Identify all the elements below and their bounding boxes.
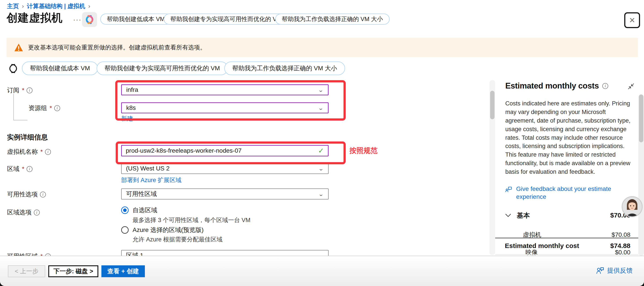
copilot-suggestion-low-cost[interactable]: 帮助我创建低成本 VM (100, 14, 172, 25)
chevron-down-icon: ⌄ (318, 87, 324, 93)
instance-details-section-header: 实例详细信息 (7, 133, 48, 142)
review-create-button[interactable]: 查看 + 创建 (102, 265, 145, 277)
zone-options-radio-self-select[interactable]: 自选区域 (121, 206, 157, 214)
more-options-ellipsis[interactable]: ··· (73, 16, 82, 23)
copilot-suggestion-right-size[interactable]: 帮助我为工作负载选择正确的 VM 大小 (275, 14, 390, 25)
breadcrumb: 主页 › 计算基础结构 | 虚拟机 › (7, 2, 90, 10)
radio-selected-icon[interactable] (121, 206, 128, 214)
breadcrumb-virtual-machines[interactable]: 计算基础结构 | 虚拟机 (27, 2, 86, 10)
subscription-dropdown[interactable]: infra ⌄ (121, 84, 328, 95)
field-connector-line (14, 94, 28, 120)
resource-group-value: k8s (126, 104, 136, 111)
annotation-note: 按照规范 (350, 146, 378, 156)
feedback-person-icon (596, 267, 604, 274)
copilot-suggestion-high-availability[interactable]: 帮助我创建专为实现高可用性而优化的 VM (164, 14, 288, 25)
vm-name-label: 虚拟机名称* i (7, 148, 51, 156)
page-title: 创建虚拟机 (6, 11, 62, 25)
zone-options-label: 区域选项 i (7, 208, 40, 217)
estimated-monthly-cost-row: Estimated monthly cost $74.88 (505, 242, 630, 249)
breadcrumb-separator: › (88, 3, 90, 10)
total-label: Estimated monthly cost (505, 242, 579, 249)
cost-total-divider (495, 238, 638, 238)
availability-options-value: 可用性区域 (126, 190, 157, 198)
cost-item-amount: $70.08 (612, 231, 630, 238)
create-vm-blade: 主页 › 计算基础结构 | 虚拟机 › 创建虚拟机 ··· 帮助我创建低成本 V… (0, 0, 644, 286)
warning-text: 更改基本选项可能会重置所做的选择。创建虚拟机前查看所有选项。 (28, 44, 206, 51)
info-icon[interactable]: i (45, 253, 51, 256)
resource-group-dropdown[interactable]: k8s ⌄ (121, 102, 328, 113)
chevron-down-icon: ⌄ (318, 165, 324, 172)
info-icon[interactable]: i (34, 209, 40, 215)
give-feedback-link[interactable]: 提供反馈 (596, 266, 632, 275)
breadcrumb-separator: › (22, 3, 24, 10)
availability-options-label: 可用性选项 i (7, 190, 46, 199)
info-icon[interactable]: i (26, 87, 32, 93)
cost-panel-description: Costs indicated here are estimates only.… (505, 99, 637, 176)
cost-panel-scrollbar[interactable] (638, 94, 644, 256)
warning-icon (14, 43, 23, 52)
copilot-suggestion-right-size[interactable]: 帮助我为工作负载选择正确的 VM 大小 (224, 62, 345, 75)
close-button[interactable]: ✕ (624, 12, 640, 28)
availability-options-dropdown[interactable]: 可用性区域 ⌄ (121, 188, 328, 199)
main-scrollbar-thumb[interactable] (490, 91, 494, 119)
basics-form: 订阅* i infra ⌄ 资源组* i k8s ⌄ 新建 实例详细信息 虚拟机… (0, 75, 488, 256)
zone-options-radio2-description: 允许 Azure 根据需要分配最佳区域 (132, 235, 222, 243)
chevron-down-icon: ⌄ (318, 191, 324, 197)
chevron-down-icon (505, 213, 511, 217)
cost-group-basics-row[interactable]: 基本 $70.08 (505, 211, 630, 220)
region-dropdown[interactable]: (US) West US 2 ⌄ (121, 163, 328, 174)
resource-group-label: 资源组* i (28, 104, 60, 112)
cost-panel-title: Estimated monthly costs (505, 81, 599, 91)
info-icon[interactable]: i (40, 192, 46, 197)
subscription-value: infra (126, 86, 138, 93)
info-icon[interactable]: i (54, 105, 60, 111)
estimate-feedback-link[interactable]: Give feedback about your estimate experi… (505, 185, 628, 201)
copilot-outline-icon (8, 63, 19, 75)
next-disks-button[interactable]: 下一步: 磁盘 > (48, 265, 98, 277)
region-value: (US) West US 2 (126, 165, 170, 172)
breadcrumb-home[interactable]: 主页 (7, 2, 19, 10)
availability-zone-label: 可用性区域* i (7, 252, 51, 256)
info-icon[interactable]: i (602, 83, 608, 89)
avatar[interactable] (622, 196, 643, 217)
copilot-icon[interactable] (82, 12, 97, 27)
cost-group-name: 基本 (517, 211, 530, 220)
divider (495, 254, 638, 255)
vm-name-input[interactable]: prod-usw2-k8s-freeleaps-worker-nodes-07 … (121, 145, 328, 156)
main-scrollbar[interactable] (490, 80, 495, 255)
vm-name-value: prod-usw2-k8s-freeleaps-worker-nodes-07 (126, 147, 242, 154)
availability-zone-dropdown[interactable]: 区域 1 ⌄ (121, 250, 328, 256)
deploy-extended-zones-link[interactable]: 部署到 Azure 扩展区域 (121, 176, 182, 184)
close-icon: ✕ (629, 17, 636, 24)
info-icon[interactable]: i (26, 166, 32, 172)
collapse-panel-icon[interactable] (628, 83, 634, 91)
chevron-down-icon: ⌄ (318, 252, 324, 256)
copilot-suggestion-low-cost[interactable]: 帮助我创建低成本 VM (22, 62, 98, 75)
create-new-resource-group-link[interactable]: 新建 (121, 115, 133, 123)
region-label: 区域* i (7, 165, 32, 173)
zone-options-radio-azure-select[interactable]: Azure 选择的区域(预览版) (121, 226, 204, 234)
subscription-label: 订阅* i (7, 86, 32, 94)
feedback-bubbles-icon (505, 185, 513, 193)
wizard-footer: < 上一步 下一步: 磁盘 > 查看 + 创建 提供反馈 (0, 256, 644, 286)
chevron-down-icon: ⌄ (318, 105, 324, 111)
copilot-suggestion-high-availability[interactable]: 帮助我创建专为实现高可用性而优化的 VM (96, 62, 228, 75)
warning-banner: 更改基本选项可能会重置所做的选择。创建虚拟机前查看所有选项。 (6, 38, 638, 57)
info-icon[interactable]: i (45, 149, 51, 155)
previous-button[interactable]: < 上一步 (8, 265, 45, 277)
availability-zone-value: 区域 1 (126, 251, 143, 256)
total-amount: $74.88 (610, 242, 630, 249)
zone-options-radio1-description: 最多选择 3 个可用性区域，每个区域一台 VM (132, 216, 250, 224)
estimated-costs-panel: Estimated monthly costs i Costs indicate… (496, 81, 638, 265)
radio-unselected-icon[interactable] (121, 226, 128, 234)
valid-check-icon: ✓ (318, 147, 324, 155)
cost-panel-scrollbar-thumb[interactable] (639, 94, 643, 142)
